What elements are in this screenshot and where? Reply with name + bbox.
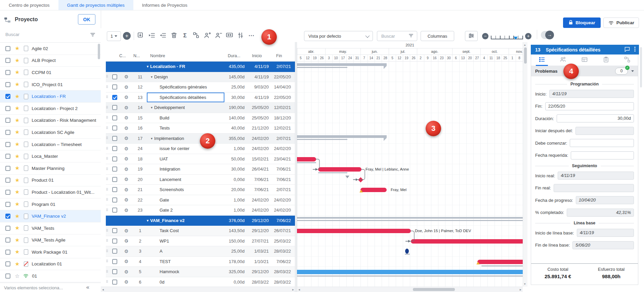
drag-handle-icon[interactable]: ⠿ <box>106 96 110 99</box>
drag-handle-icon[interactable]: ⠿ <box>106 75 110 78</box>
field-input-inicio-real[interactable]: 4/11/19 <box>558 172 634 180</box>
collapse-caret-icon[interactable]: ▾ <box>147 219 148 222</box>
assign-resource-button[interactable] <box>203 31 211 40</box>
scroll-down-icon[interactable]: ▾ <box>524 282 526 286</box>
panel-tab-board[interactable] <box>579 54 590 66</box>
table-row[interactable]: ⠿⚙4TEST178,00d1/10/217/06/22 <box>106 257 295 267</box>
item-checkbox[interactable] <box>5 118 10 123</box>
star-icon[interactable]: ★ <box>15 166 19 171</box>
list-item[interactable]: ★Product 01 <box>0 175 101 187</box>
item-checkbox[interactable] <box>5 202 10 207</box>
drag-handle-icon[interactable]: ⠿ <box>106 270 110 273</box>
star-icon[interactable]: ★ <box>15 189 19 195</box>
drag-handle-icon[interactable]: ⠿ <box>106 280 110 284</box>
row-checkbox[interactable] <box>112 177 117 182</box>
list-item[interactable]: ★Localization – Timesheet <box>0 139 101 151</box>
field-input-fin-de-l-nea-base[interactable]: 5/06/20 <box>572 241 634 249</box>
item-checkbox[interactable] <box>5 82 10 87</box>
table-row[interactable]: ⠿⚙5Hammock325,00d29/12/2028/03/22 <box>106 267 295 277</box>
outline-level-select[interactable]: 1 <box>107 31 121 41</box>
item-checkbox[interactable] <box>5 46 10 51</box>
outdent-button[interactable] <box>159 31 167 40</box>
drag-handle-icon[interactable]: ⠿ <box>106 229 110 232</box>
gantt-bar-hammock[interactable] <box>297 270 523 274</box>
drag-handle-icon[interactable]: ⠿ <box>106 168 110 171</box>
task-name-cell[interactable]: ▾Localization - FR <box>106 62 224 72</box>
gantt-bar-test[interactable] <box>477 260 523 264</box>
task-name-cell[interactable]: Task Cost <box>147 226 224 236</box>
task-name-cell[interactable]: WP1 <box>147 236 224 246</box>
drag-handle-icon[interactable]: ⠿ <box>106 126 110 130</box>
row-checkbox[interactable] <box>112 74 117 79</box>
drag-handle-icon[interactable]: ⠿ <box>106 250 110 253</box>
item-checkbox[interactable] <box>5 273 10 279</box>
item-checkbox[interactable] <box>5 226 10 231</box>
panel-tab-resources[interactable] <box>558 54 568 66</box>
filter-icon[interactable] <box>409 33 414 39</box>
row-checkbox[interactable] <box>112 228 117 233</box>
star-icon[interactable]: ★ <box>15 202 19 207</box>
task-settings-gear-icon[interactable]: ⚙ <box>119 238 133 244</box>
project-summary-row[interactable]: ▾VAM_Finance v2376,00d29/12/207/06/22 <box>106 216 295 226</box>
zoom-slider-track[interactable] <box>491 36 523 39</box>
drag-handle-icon[interactable]: ⠿ <box>106 178 110 181</box>
list-item[interactable]: ★Localization - FR <box>0 90 101 103</box>
item-checkbox[interactable] <box>5 154 10 159</box>
task-settings-gear-icon[interactable]: ⚙ <box>119 146 133 151</box>
list-item[interactable]: ★Product - Localization 01_Wit... <box>0 186 101 198</box>
task-name-cell[interactable]: ▾Développement <box>147 103 224 113</box>
gantt-bar-wp1[interactable] <box>411 239 523 244</box>
gantt-display-settings-button[interactable] <box>465 31 478 41</box>
gantt-milestone-lancement[interactable] <box>358 177 363 182</box>
table-row[interactable]: ⠿⚙15Build140,00d25/05/2018/12/20 <box>106 113 295 123</box>
item-checkbox[interactable] <box>5 214 10 219</box>
list-item[interactable]: ★ICO_Project 01 <box>0 79 101 91</box>
drag-handle-icon[interactable]: ⠿ <box>106 147 110 150</box>
item-checkbox[interactable] <box>5 166 10 171</box>
star-icon[interactable]: ★ <box>15 94 19 99</box>
field-input-duraci-n[interactable]: 30,00d <box>557 114 634 122</box>
field-input-inicio[interactable]: 4/11/19 <box>549 90 634 98</box>
panel-tab-dependencies[interactable] <box>622 54 633 66</box>
zoom-in-button[interactable]: + <box>525 33 531 39</box>
gantt-bar-impl-mentation[interactable] <box>297 135 387 138</box>
column-header-nombre[interactable]: Nombre <box>147 53 224 61</box>
table-row[interactable]: ⠿⚙24issue for center1,00d24/02/2024/02/2… <box>106 144 295 154</box>
table-row[interactable]: ⠿⚙21Screenshots20,00d7/06/212/07/21 <box>106 185 295 195</box>
column-header-dura[interactable]: Dura... <box>224 53 249 61</box>
list-item[interactable]: ★Loca_Master <box>0 150 101 162</box>
row-checkbox[interactable] <box>112 136 117 141</box>
scroll-up-icon[interactable]: ▴ <box>524 43 526 46</box>
row-checkbox[interactable] <box>112 259 117 264</box>
task-name-cell[interactable]: Lancement <box>147 175 224 185</box>
collapse-sidebar-icon[interactable]: « <box>86 284 89 291</box>
drag-handle-icon[interactable]: ⠿ <box>106 260 110 263</box>
task-name-cell[interactable]: ▾VAM_Finance v2 <box>106 216 224 226</box>
table-row[interactable]: ⠿⚙11▾Design145,00d4/11/1922/05/20 <box>106 72 295 82</box>
collapse-caret-icon[interactable]: ▾ <box>147 65 148 68</box>
row-checkbox[interactable] <box>112 167 117 172</box>
gantt-vertical-scrollbar[interactable]: ▴ ▾ <box>523 42 527 287</box>
drag-handle-icon[interactable]: ⠿ <box>106 239 110 243</box>
collapse-caret-icon[interactable]: ▾ <box>151 106 153 109</box>
task-settings-gear-icon[interactable]: ⚙ <box>119 105 133 110</box>
link-tasks-button[interactable] <box>192 31 200 40</box>
list-item[interactable]: ★Localization 01 <box>0 258 101 270</box>
display-options-button[interactable] <box>236 31 245 40</box>
star-icon[interactable]: ★ <box>15 58 19 63</box>
table-row[interactable]: ⠿⚙2WP1150,00d27/07/2125/03/22 <box>106 236 295 247</box>
tab-informes-de-proyectos[interactable]: Informes de Proyectos <box>133 0 196 10</box>
star-icon[interactable]: ★ <box>15 214 19 219</box>
row-checkbox[interactable] <box>112 146 117 151</box>
task-name-cell[interactable]: Build <box>147 113 224 123</box>
drag-handle-icon[interactable]: ⠿ <box>106 157 110 160</box>
star-icon[interactable]: ★ <box>15 118 19 123</box>
row-checkbox[interactable] <box>112 105 117 110</box>
task-settings-gear-icon[interactable]: ⚙ <box>119 259 133 264</box>
item-checkbox[interactable] <box>5 142 10 147</box>
row-checkbox[interactable] <box>112 208 117 213</box>
task-settings-gear-icon[interactable]: ⚙ <box>119 208 133 213</box>
list-item[interactable]: ★VAM_Tests <box>0 222 101 234</box>
table-row[interactable]: ⠿⚙18UAT50,00d15/02/2123/04/21 <box>106 154 295 165</box>
sidebar-scrollbar[interactable] <box>98 44 100 59</box>
